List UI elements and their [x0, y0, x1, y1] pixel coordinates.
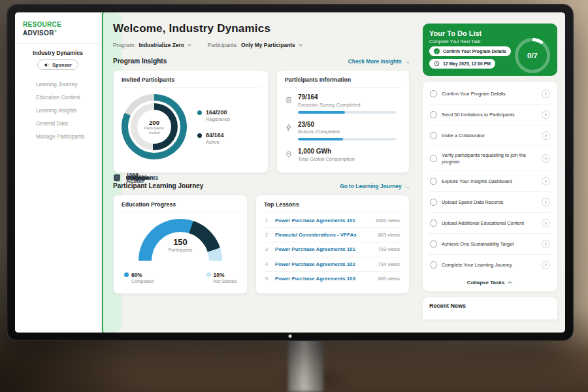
chevron-right-icon[interactable]: [542, 219, 550, 227]
program-filter: Program: Industrialize Zero: [113, 42, 192, 48]
todo-progress-ring: 0/7: [515, 38, 550, 73]
filters-row: Program: Industrialize Zero Participants…: [113, 42, 410, 48]
sidebar-item-general-data[interactable]: General Data: [15, 117, 101, 130]
chevron-right-icon[interactable]: [542, 198, 550, 206]
task-label: Upload Additional Educational Content: [442, 220, 537, 227]
check-more-insights-label: Check More Insights: [348, 58, 402, 65]
education-progress-title: Education Progress: [122, 201, 239, 212]
task-checkbox[interactable]: [430, 178, 437, 185]
todo-next-task[interactable]: ✓ Confirm Your Program Details: [429, 46, 511, 56]
task-send-50-invitations-to-participants[interactable]: Send 50 Invitations to Participants: [429, 105, 551, 125]
stat-label: Actions Completed: [298, 129, 396, 135]
sidebar-item-learning-journey[interactable]: Learning Journey: [15, 78, 101, 91]
task-confirm-your-program-details[interactable]: Confirm Your Program Details: [429, 84, 551, 105]
chevron-right-icon[interactable]: [542, 240, 550, 248]
task-label: Explore Your Insights Dashboard: [442, 178, 537, 185]
task-checkbox[interactable]: [430, 199, 437, 206]
invited-donut-inner-ring: 200 Participants Invited: [131, 103, 178, 150]
program-filter-label: Program:: [113, 42, 135, 48]
stat-value: 23/50: [298, 121, 396, 128]
task-explore-your-insights-dashboard[interactable]: Explore Your Insights Dashboard: [429, 171, 551, 192]
legend-dot: [197, 133, 202, 138]
lesson-title-link[interactable]: Power Purchase Agreements 102: [275, 261, 374, 267]
chevron-right-icon[interactable]: [542, 110, 550, 119]
participants-filter-dropdown[interactable]: Only My Participants: [241, 42, 303, 48]
participants-information-card: Participants Information 79/164Emission …: [276, 70, 410, 173]
participants-filter-value: Only My Participants: [241, 42, 295, 48]
todo-title: Your To Do List: [429, 29, 551, 37]
sidebar-item-manage-participants[interactable]: Manage Participants: [15, 130, 101, 143]
sponsor-icon: [44, 62, 50, 68]
sidebar: RESOURCE ADVISOR+ Industry Dynamics Spon…: [15, 12, 101, 333]
task-checkbox[interactable]: [430, 132, 437, 139]
chevron-right-icon[interactable]: [542, 131, 550, 140]
gauge-legend-value: 60%: [131, 272, 154, 278]
task-checkbox[interactable]: [430, 220, 437, 227]
chevron-right-icon[interactable]: [542, 261, 550, 269]
lesson-rank: 5: [265, 276, 270, 281]
task-checkbox[interactable]: [430, 240, 437, 248]
task-upload-spend-data-records[interactable]: Upload Spend Data Records: [429, 192, 551, 213]
lesson-rank: 2: [265, 233, 270, 237]
todo-next-due: 12 May 2025, 12:00 PM: [429, 59, 495, 69]
check-more-insights-link[interactable]: Check More Insights →: [348, 58, 410, 65]
learning-journey-title: Participant Learning Journey: [113, 182, 203, 189]
lesson-views: 803 views: [378, 232, 400, 238]
gauge-legend-label: Not Started: [214, 279, 237, 284]
invited-donut-chart: 200 Participants Invited: [122, 94, 187, 159]
learning-cards-row: Education Progress 150 Participants 60%C…: [113, 195, 410, 294]
program-insights-title: Program Insights: [113, 57, 167, 65]
task-achieve-one-sustainability-target[interactable]: Achieve One Sustainability Target: [429, 234, 551, 255]
actions-icon: [285, 122, 293, 130]
task-complete-your-learning-journey[interactable]: Complete Your Learning Journey: [429, 255, 551, 275]
task-checkbox[interactable]: [430, 261, 437, 269]
chevron-right-icon[interactable]: [542, 177, 550, 186]
lesson-title-link[interactable]: Financial Considerations - VPPAs: [275, 232, 374, 238]
task-upload-additional-educational-content[interactable]: Upload Additional Educational Content: [429, 213, 551, 234]
arrow-right-icon: →: [404, 58, 410, 65]
stat-value: 1,000 GWh: [298, 148, 355, 155]
legend-value: 164/200: [206, 109, 230, 116]
sidebar-item-education-content[interactable]: Education Content: [15, 91, 101, 104]
collapse-tasks-label: Collapse Tasks: [467, 280, 505, 286]
task-checkbox[interactable]: [430, 111, 437, 118]
sidebar-item-label: Education Content: [36, 95, 80, 101]
gauge-legend-label: Completed: [131, 279, 154, 284]
task-checkbox[interactable]: [430, 155, 437, 162]
invited-participants-card: Invited Participants 200 Participants In…: [113, 70, 269, 173]
monitor: RESOURCE ADVISOR+ Industry Dynamics Spon…: [7, 4, 574, 341]
legend-dot: [206, 272, 211, 277]
lesson-views: 734 views: [378, 261, 400, 267]
chevron-right-icon[interactable]: [542, 154, 550, 163]
check-icon: ✓: [434, 48, 440, 54]
lesson-views: 600 views: [378, 276, 400, 282]
chevron-down-icon: [187, 42, 192, 48]
org-name: Industry Dynamics: [15, 50, 101, 56]
lesson-rank: 3: [265, 247, 270, 252]
task-checkbox[interactable]: [430, 90, 437, 97]
lesson-row: 1Power Purchase Agreements 1011000 views: [264, 214, 401, 228]
lesson-title-link[interactable]: Power Purchase Agreements 101: [275, 246, 374, 252]
go-to-learning-journey-label: Go to Learning Journey: [340, 183, 401, 189]
sidebar-item-learning-insights[interactable]: Learning Insights: [15, 104, 101, 117]
stat-total-global-consumption: 1,000 GWhTotal Global Consumption: [285, 148, 401, 162]
sponsor-badge[interactable]: Sponsor: [37, 59, 78, 70]
stat-progress-bar: [298, 111, 396, 114]
legend-dot: [124, 272, 129, 277]
task-label: Complete Your Learning Journey: [442, 262, 537, 269]
chevron-down-icon: [298, 42, 303, 48]
stat-progress-bar: [298, 138, 396, 140]
task-verify-participants-requesting-to-join-the-program[interactable]: Verify participants requesting to join t…: [429, 146, 551, 171]
collapse-tasks-button[interactable]: Collapse Tasks: [429, 275, 551, 288]
lesson-title-link[interactable]: Power Purchase Agreements 103: [275, 276, 374, 282]
logo-plus: +: [54, 28, 57, 34]
go-to-learning-journey-link[interactable]: Go to Learning Journey →: [340, 183, 410, 189]
program-filter-dropdown[interactable]: Industrialize Zero: [139, 42, 191, 48]
lesson-row: 2Financial Considerations - VPPAs803 vie…: [264, 228, 401, 242]
lesson-title-link[interactable]: Power Purchase Agreements 101: [275, 218, 370, 223]
participants-stats: 79/164Emission Survey Completed23/50Acti…: [285, 93, 401, 162]
todo-next-due-label: 12 May 2025, 12:00 PM: [443, 61, 491, 66]
chevron-right-icon[interactable]: [542, 90, 550, 98]
pin-icon: [285, 149, 293, 157]
task-invite-a-collaborator[interactable]: Invite a Collaborator: [429, 125, 551, 146]
